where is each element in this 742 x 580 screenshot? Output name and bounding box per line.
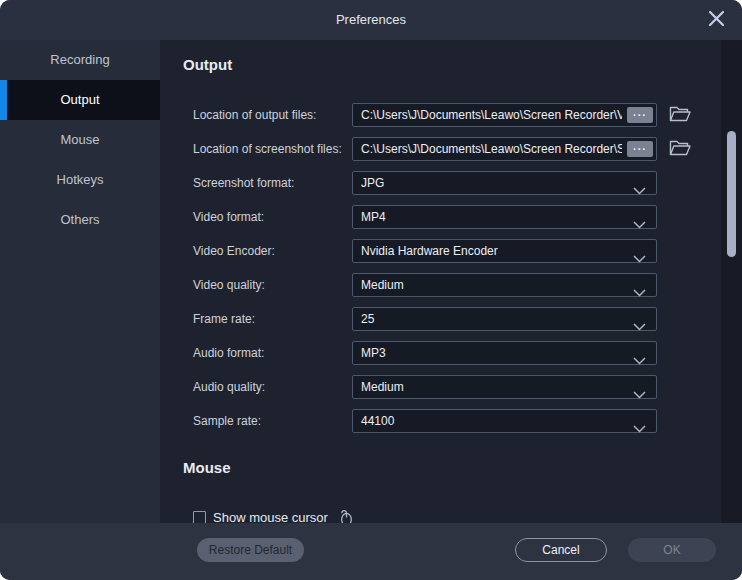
- audio-quality-row: Audio quality: Medium: [160, 375, 721, 399]
- field-label: Frame rate:: [193, 307, 255, 331]
- field-label: Video Encoder:: [193, 239, 275, 263]
- field-label: Video format:: [193, 205, 264, 229]
- folder-icon: [669, 111, 691, 126]
- chevron-down-icon: [633, 317, 646, 335]
- scrollbar-thumb[interactable]: [727, 131, 736, 257]
- frame-rate-select[interactable]: 25: [352, 307, 657, 331]
- screenshot-location-row: Location of screenshot files: C:\Users\J…: [160, 137, 721, 161]
- ok-button[interactable]: OK: [628, 538, 716, 562]
- show-mouse-cursor-checkbox[interactable]: [193, 511, 206, 524]
- sidebar-item-others[interactable]: Others: [0, 200, 160, 240]
- chevron-down-icon: [633, 215, 646, 233]
- scrollbar-track[interactable]: [721, 40, 742, 523]
- settings-panel: Output Location of output files: C:\User…: [160, 40, 721, 523]
- preferences-window: Preferences Recording Output Mouse Hotke…: [0, 0, 742, 580]
- video-encoder-row: Video Encoder: Nvidia Hardware Encoder: [160, 239, 721, 263]
- open-screenshot-folder-button[interactable]: [668, 139, 692, 159]
- sidebar-item-output[interactable]: Output: [0, 80, 160, 120]
- screenshot-format-select[interactable]: JPG: [352, 171, 657, 195]
- sample-rate-row: Sample rate: 44100: [160, 409, 721, 433]
- field-label: Location of output files:: [193, 103, 316, 127]
- checkbox-label: Show mouse cursor: [213, 510, 328, 524]
- audio-quality-select[interactable]: Medium: [352, 375, 657, 399]
- audio-format-row: Audio format: MP3: [160, 341, 721, 365]
- sidebar-item-label: Recording: [50, 52, 109, 67]
- screenshot-location-input[interactable]: C:\Users\J\Documents\Leawo\Screen Record…: [352, 137, 657, 161]
- sidebar-item-label: Output: [60, 92, 99, 107]
- screenshot-format-row: Screenshot format: JPG: [160, 171, 721, 195]
- cancel-button[interactable]: Cancel: [515, 538, 607, 562]
- open-output-folder-button[interactable]: [668, 105, 692, 125]
- field-label: Screenshot format:: [193, 171, 294, 195]
- sidebar: Recording Output Mouse Hotkeys Others: [0, 40, 160, 523]
- field-label: Video quality:: [193, 273, 265, 297]
- output-location-row: Location of output files: C:\Users\J\Doc…: [160, 103, 721, 127]
- folder-icon: [669, 145, 691, 160]
- sidebar-item-label: Mouse: [60, 132, 99, 147]
- selected-value: Nvidia Hardware Encoder: [361, 240, 630, 262]
- sidebar-item-mouse[interactable]: Mouse: [0, 120, 160, 160]
- output-location-value: C:\Users\J\Documents\Leawo\Screen Record…: [361, 104, 622, 126]
- browse-more-button[interactable]: ···: [627, 141, 653, 157]
- sidebar-item-recording[interactable]: Recording: [0, 40, 160, 80]
- audio-format-select[interactable]: MP3: [352, 341, 657, 365]
- sidebar-item-label: Others: [60, 212, 99, 227]
- frame-rate-row: Frame rate: 25: [160, 307, 721, 331]
- field-label: Location of screenshot files:: [193, 137, 342, 161]
- selected-value: 44100: [361, 410, 630, 432]
- video-quality-select[interactable]: Medium: [352, 273, 657, 297]
- output-section-heading: Output: [183, 56, 232, 73]
- screenshot-location-value: C:\Users\J\Documents\Leawo\Screen Record…: [361, 138, 622, 160]
- chevron-down-icon: [633, 351, 646, 369]
- video-quality-row: Video quality: Medium: [160, 273, 721, 297]
- sample-rate-select[interactable]: 44100: [352, 409, 657, 433]
- mouse-cursor-icon: [336, 506, 355, 523]
- video-encoder-select[interactable]: Nvidia Hardware Encoder: [352, 239, 657, 263]
- window-title: Preferences: [0, 0, 742, 40]
- chevron-down-icon: [633, 283, 646, 301]
- selected-value: 25: [361, 308, 630, 330]
- output-location-input[interactable]: C:\Users\J\Documents\Leawo\Screen Record…: [352, 103, 657, 127]
- chevron-down-icon: [633, 249, 646, 267]
- field-label: Sample rate:: [193, 409, 261, 433]
- field-label: Audio format:: [193, 341, 264, 365]
- video-format-select[interactable]: MP4: [352, 205, 657, 229]
- footer-bar: Restore Default Cancel OK: [0, 523, 742, 580]
- title-bar: Preferences: [0, 0, 742, 40]
- sidebar-item-hotkeys[interactable]: Hotkeys: [0, 160, 160, 200]
- chevron-down-icon: [633, 385, 646, 403]
- selected-value: MP3: [361, 342, 630, 364]
- show-mouse-cursor-row: Show mouse cursor: [193, 506, 355, 523]
- field-label: Audio quality:: [193, 375, 265, 399]
- selected-value: MP4: [361, 206, 630, 228]
- chevron-down-icon: [633, 419, 646, 437]
- chevron-down-icon: [633, 181, 646, 199]
- sidebar-item-label: Hotkeys: [57, 172, 104, 187]
- selected-value: Medium: [361, 376, 630, 398]
- restore-default-button[interactable]: Restore Default: [197, 538, 304, 562]
- close-icon: [708, 10, 725, 30]
- mouse-section-heading: Mouse: [183, 459, 231, 476]
- video-format-row: Video format: MP4: [160, 205, 721, 229]
- selected-value: JPG: [361, 172, 630, 194]
- close-button[interactable]: [704, 8, 728, 32]
- selected-value: Medium: [361, 274, 630, 296]
- browse-more-button[interactable]: ···: [627, 107, 653, 123]
